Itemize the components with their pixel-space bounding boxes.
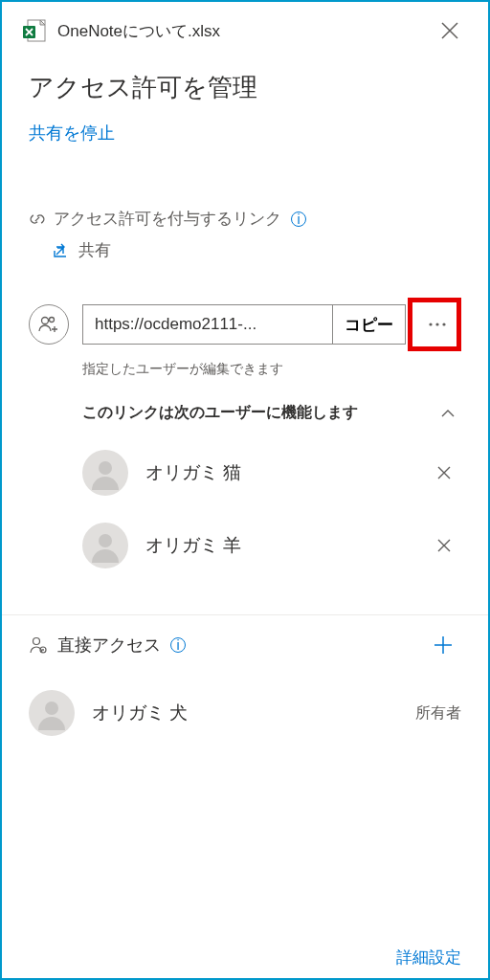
- link-description: 指定したユーザーが編集できます: [82, 361, 461, 378]
- close-icon: [440, 21, 459, 40]
- user-name: オリガミ 羊: [145, 533, 427, 558]
- owner-name: オリガミ 犬: [92, 701, 415, 725]
- title-section: アクセス許可を管理 共有を停止: [2, 52, 488, 154]
- page-title: アクセス許可を管理: [29, 71, 461, 104]
- link-users-label: このリンクは次のユーザーに機能します: [82, 403, 440, 423]
- owner-role: 所有者: [415, 703, 461, 724]
- link-block: コピー 指定したユーザーが編集できます このリンクは次のユーザーに機能します: [2, 269, 488, 578]
- people-add-icon[interactable]: [29, 304, 69, 345]
- avatar-icon: [82, 450, 128, 496]
- svg-point-9: [33, 638, 40, 645]
- svg-point-4: [429, 323, 432, 325]
- close-icon: [436, 538, 452, 553]
- highlight-box: [408, 298, 461, 351]
- svg-point-7: [99, 461, 112, 475]
- file-name: OneNoteについて.xlsx: [57, 20, 431, 42]
- direct-access-label: 直接アクセス: [57, 634, 161, 657]
- add-direct-access-button[interactable]: [425, 631, 461, 659]
- close-icon: [436, 465, 452, 480]
- close-button[interactable]: [431, 17, 469, 44]
- svg-point-12: [45, 702, 58, 715]
- direct-access-header: 直接アクセス i: [2, 614, 488, 675]
- svg-point-5: [435, 323, 438, 325]
- remove-user-button[interactable]: [427, 528, 461, 563]
- owner-row: オリガミ 犬 所有者: [2, 675, 488, 751]
- info-icon[interactable]: i: [291, 212, 306, 227]
- link-users-toggle[interactable]: このリンクは次のユーザーに機能します: [82, 403, 461, 423]
- copy-button[interactable]: コピー: [333, 304, 406, 345]
- list-item: オリガミ 猫: [82, 450, 461, 496]
- advanced-settings-link[interactable]: 詳細設定: [396, 948, 461, 967]
- info-icon[interactable]: i: [170, 637, 186, 653]
- links-section-label: アクセス許可を付与するリンク: [54, 208, 281, 230]
- remove-user-button[interactable]: [427, 456, 461, 490]
- list-item: オリガミ 羊: [82, 523, 461, 568]
- share-icon: [52, 242, 69, 259]
- more-options-button[interactable]: [418, 304, 457, 345]
- user-name: オリガミ 猫: [145, 460, 427, 485]
- link-users-section: このリンクは次のユーザーに機能します オリガミ 猫: [82, 403, 461, 568]
- excel-file-icon: [21, 17, 48, 44]
- link-icon: [29, 211, 46, 228]
- svg-point-11: [42, 649, 44, 651]
- plus-icon: [433, 635, 454, 656]
- share-label[interactable]: 共有: [78, 239, 111, 261]
- svg-point-2: [42, 318, 49, 324]
- avatar-icon: [82, 523, 128, 568]
- person-gear-icon: [29, 635, 48, 655]
- chevron-up-icon: [440, 409, 456, 418]
- stop-sharing-link[interactable]: 共有を停止: [29, 123, 115, 143]
- ellipsis-icon: [428, 322, 447, 327]
- svg-point-6: [442, 323, 445, 325]
- avatar-icon: [29, 690, 75, 736]
- svg-point-8: [99, 534, 112, 547]
- links-section-header: アクセス許可を付与するリンク i 共有: [2, 200, 488, 269]
- share-link-input[interactable]: [82, 304, 333, 345]
- dialog-header: OneNoteについて.xlsx: [2, 2, 488, 52]
- footer: 詳細設定: [396, 947, 461, 969]
- svg-point-3: [50, 318, 55, 323]
